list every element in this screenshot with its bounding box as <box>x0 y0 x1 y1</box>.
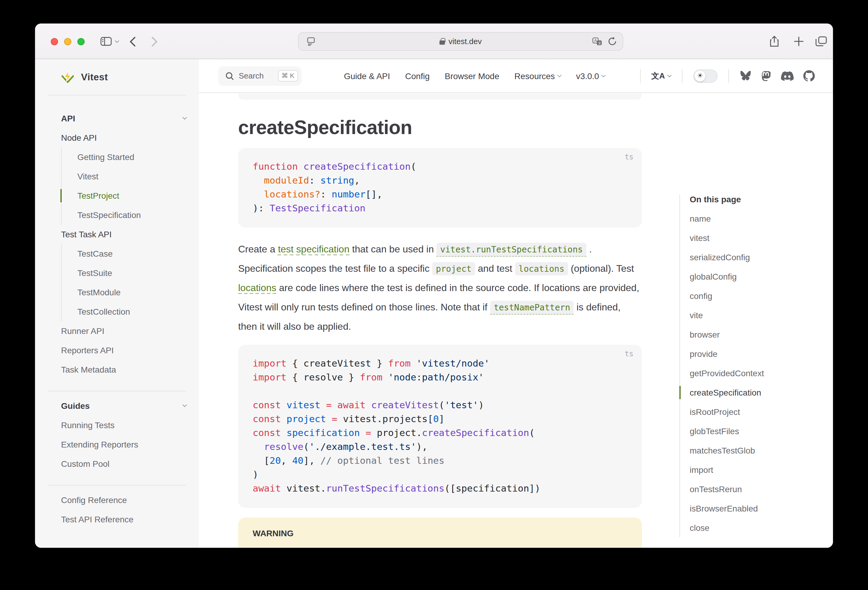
inline-code-locations: locations <box>515 262 568 275</box>
nav-divider <box>640 69 641 83</box>
code-lang-label: ts <box>625 350 633 358</box>
sidebar-item-guides[interactable]: Guides <box>61 396 186 415</box>
warning-callout: WARNING createSpecification expects reso… <box>238 518 642 548</box>
doc-main: createSpecification ts function createSp… <box>199 93 833 548</box>
url-text-group: vitest.dev <box>298 32 623 50</box>
search-input[interactable]: Search ⌘ K <box>218 66 302 85</box>
sun-icon: ☀ <box>695 71 706 81</box>
share-icon[interactable] <box>769 24 779 59</box>
search-shortcut-badge: ⌘ K <box>278 70 298 81</box>
chevron-down-icon <box>557 73 561 77</box>
toc-item-name[interactable]: name <box>690 209 818 228</box>
svg-text:A: A <box>594 38 597 43</box>
toc: On this page namevitestserializedConfigg… <box>679 194 818 537</box>
sidebar-item-testproject[interactable]: TestProject <box>77 186 186 205</box>
signature-code-block[interactable]: ts function createSpecification( moduleI… <box>238 148 642 228</box>
sidebar-item-testsuite[interactable]: TestSuite <box>77 263 186 282</box>
nav-link-browser-mode[interactable]: Browser Mode <box>445 71 500 81</box>
toc-item-isbrowserenabled[interactable]: isBrowserEnabled <box>690 499 818 518</box>
toc-item-globtestfiles[interactable]: globTestFiles <box>690 422 818 441</box>
close-window-button[interactable] <box>51 38 58 45</box>
doc-link-locations[interactable]: locations <box>238 282 276 293</box>
toc-item-isrootproject[interactable]: isRootProject <box>690 402 818 422</box>
sidebar-item-getting-started[interactable]: Getting Started <box>77 147 186 167</box>
sidebar-item-test-api-reference[interactable]: Test API Reference <box>61 510 186 529</box>
toc-item-createspecification[interactable]: createSpecification <box>690 383 818 402</box>
sidebar-item-testspecification[interactable]: TestSpecification <box>77 205 186 225</box>
toc-item-serializedconfig[interactable]: serializedConfig <box>690 247 818 267</box>
toc-item-ontestsrerun[interactable]: onTestsRerun <box>690 480 818 499</box>
toc-item-close[interactable]: close <box>690 518 818 537</box>
sidebar-item-runner-api[interactable]: Runner API <box>61 321 186 341</box>
sidebar-item-api[interactable]: API <box>61 109 186 128</box>
sidebar-item-reporters-api[interactable]: Reporters API <box>61 341 186 360</box>
site-logo-text: Vitest <box>81 72 108 82</box>
sidebar-subgroup: TestCaseTestSuiteTestModuleTestCollectio… <box>61 244 186 321</box>
sidebar-item-test-task-api[interactable]: Test Task API <box>61 225 186 244</box>
chevron-down-icon <box>183 403 187 407</box>
back-button[interactable] <box>129 24 136 59</box>
github-icon[interactable] <box>803 70 815 81</box>
theme-toggle[interactable]: ☀ <box>693 69 717 82</box>
sidebar-item-extending-reporters[interactable]: Extending Reporters <box>61 435 186 454</box>
toc-item-getprovidedcontext[interactable]: getProvidedContext <box>690 363 818 383</box>
toc-item-browser[interactable]: browser <box>690 325 818 344</box>
doc-link-testnamepattern[interactable]: testNamePattern <box>490 302 574 312</box>
chevron-down-icon <box>601 73 606 77</box>
nav-link-config[interactable]: Config <box>405 71 430 81</box>
toc-item-import[interactable]: import <box>690 460 818 480</box>
screenshot-root: vitest.dev A 文 <box>0 0 868 590</box>
nav-link-v3-0-0[interactable]: v3.0.0 <box>576 71 605 81</box>
new-tab-icon[interactable] <box>794 24 804 59</box>
warning-body: createSpecification expects resolved mod… <box>252 546 627 548</box>
nav-link-resources[interactable]: Resources <box>514 71 561 81</box>
site-logo[interactable]: Vitest <box>35 59 199 95</box>
address-bar[interactable]: vitest.dev A 文 <box>298 32 623 51</box>
toolbar-chevron-down-icon[interactable] <box>115 24 118 59</box>
sidebar-divider <box>48 485 186 486</box>
nav-link-guide-api[interactable]: Guide & API <box>344 71 390 81</box>
social-links <box>740 70 815 81</box>
reload-icon[interactable] <box>608 32 617 50</box>
sidebar-item-running-tests[interactable]: Running Tests <box>61 415 186 435</box>
sidebar-item-node-api[interactable]: Node API <box>61 128 186 147</box>
search-placeholder: Search <box>239 71 273 80</box>
toc-item-provide[interactable]: provide <box>690 344 818 363</box>
doc-link-vitest-runtestspecifications[interactable]: vitest.runTestSpecifications <box>436 244 586 254</box>
on-this-page-aside: On this page namevitestserializedConfigg… <box>679 93 818 537</box>
code-signature: function createSpecification( moduleId: … <box>252 160 627 216</box>
bluesky-icon[interactable] <box>740 71 751 81</box>
warning-title: WARNING <box>252 528 627 538</box>
toc-item-vite[interactable]: vite <box>690 306 818 325</box>
sidebar-item-testcollection[interactable]: TestCollection <box>77 302 186 321</box>
chevron-down-icon <box>667 73 672 77</box>
discord-icon[interactable] <box>781 71 794 81</box>
minimize-window-button[interactable] <box>64 38 71 45</box>
zoom-window-button[interactable] <box>77 38 85 45</box>
sidebar-item-config-reference[interactable]: Config Reference <box>61 490 186 510</box>
translate-icon[interactable]: A 文 <box>592 32 602 50</box>
description-paragraph: Create a test specification that can be … <box>238 240 642 336</box>
nav-links: Guide & APIConfigBrowser ModeResourcesv3… <box>344 71 605 81</box>
chevron-down-icon <box>183 115 187 119</box>
tab-overview-icon[interactable] <box>815 24 827 59</box>
url-text: vitest.dev <box>449 37 482 46</box>
lock-icon <box>440 40 445 44</box>
forward-button[interactable] <box>151 24 158 59</box>
mastodon-icon[interactable] <box>761 71 771 81</box>
sidebar-item-vitest[interactable]: Vitest <box>77 167 186 186</box>
sidebar-item-testcase[interactable]: TestCase <box>77 244 186 263</box>
sidebar-item-testmodule[interactable]: TestModule <box>77 282 186 302</box>
doc-navbar: Search ⌘ K Guide & APIConfigBrowser Mode… <box>199 59 833 93</box>
doc-link-test-specification[interactable]: test specification <box>278 244 350 254</box>
language-menu[interactable]: 文A <box>651 71 671 81</box>
toc-item-matchestestglob[interactable]: matchesTestGlob <box>690 441 818 460</box>
sidebar-toggle-icon[interactable] <box>100 24 112 59</box>
toc-item-globalconfig[interactable]: globalConfig <box>690 267 818 286</box>
toc-item-vitest[interactable]: vitest <box>690 228 818 247</box>
sidebar-divider <box>48 391 186 391</box>
toc-item-config[interactable]: config <box>690 286 818 306</box>
example-code-block[interactable]: ts import { createVitest } from 'vitest/… <box>238 345 642 508</box>
sidebar-item-task-metadata[interactable]: Task Metadata <box>61 360 186 379</box>
sidebar-item-custom-pool[interactable]: Custom Pool <box>61 454 186 474</box>
